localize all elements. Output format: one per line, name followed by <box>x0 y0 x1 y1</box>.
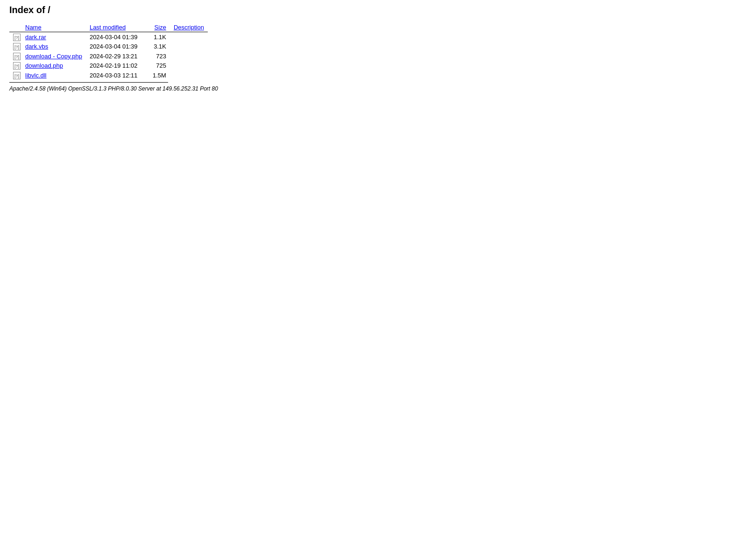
file-description-cell <box>170 70 208 80</box>
file-modified-cell: 2024-02-29 13:21 <box>86 51 147 61</box>
table-row: [?]dark.vbs2024-03-04 01:393.1K <box>9 42 208 52</box>
server-info: Apache/2.4.58 (Win64) OpenSSL/3.1.3 PHP/… <box>9 85 738 92</box>
file-size-cell: 1.1K <box>147 32 170 42</box>
file-icon-cell: [?] <box>9 70 21 80</box>
file-size-cell: 3.1K <box>147 42 170 52</box>
file-icon-cell: [?] <box>9 32 21 42</box>
file-size-cell: 1.5M <box>147 70 170 80</box>
file-size-cell: 725 <box>147 61 170 71</box>
divider <box>9 82 168 83</box>
col-header-modified: Last modified <box>86 23 147 32</box>
sort-by-size-link[interactable]: Size <box>155 24 166 31</box>
table-row: [?]download - Copy.php2024-02-29 13:2172… <box>9 51 208 61</box>
file-size-cell: 723 <box>147 51 170 61</box>
file-listing-table: Name Last modified Size Description [?]d… <box>9 23 208 80</box>
table-header-row: Name Last modified Size Description <box>9 23 208 32</box>
file-icon-cell: [?] <box>9 61 21 71</box>
file-name-cell: libvlc.dll <box>21 70 86 80</box>
table-row: [?]download.php2024-02-19 11:02725 <box>9 61 208 71</box>
table-row: [?]libvlc.dll2024-03-03 12:111.5M <box>9 70 208 80</box>
file-link[interactable]: libvlc.dll <box>25 72 47 79</box>
file-name-cell: download - Copy.php <box>21 51 86 61</box>
sort-by-desc-link[interactable]: Description <box>174 24 204 31</box>
sort-by-modified-link[interactable]: Last modified <box>90 24 126 31</box>
file-icon: [?] <box>13 43 21 50</box>
file-icon-cell: [?] <box>9 42 21 52</box>
page-title: Index of / <box>9 5 738 15</box>
col-header-size: Size <box>147 23 170 32</box>
file-name-cell: dark.vbs <box>21 42 86 52</box>
file-link[interactable]: dark.vbs <box>25 43 48 50</box>
file-icon: [?] <box>13 53 21 60</box>
table-row: [?]dark.rar2024-03-04 01:391.1K <box>9 32 208 42</box>
file-modified-cell: 2024-03-04 01:39 <box>86 32 147 42</box>
file-modified-cell: 2024-02-19 11:02 <box>86 61 147 71</box>
file-modified-cell: 2024-03-03 12:11 <box>86 70 147 80</box>
col-header-description: Description <box>170 23 208 32</box>
icon-col-header <box>9 23 21 32</box>
col-header-name: Name <box>21 23 86 32</box>
file-icon-cell: [?] <box>9 51 21 61</box>
file-link[interactable]: download - Copy.php <box>25 53 82 60</box>
file-modified-cell: 2024-03-04 01:39 <box>86 42 147 52</box>
file-link[interactable]: download.php <box>25 62 63 69</box>
file-icon: [?] <box>13 34 21 41</box>
file-description-cell <box>170 32 208 42</box>
file-name-cell: download.php <box>21 61 86 71</box>
file-description-cell <box>170 61 208 71</box>
file-icon: [?] <box>13 72 21 79</box>
file-link[interactable]: dark.rar <box>25 34 46 41</box>
file-icon: [?] <box>13 62 21 70</box>
sort-by-name-link[interactable]: Name <box>25 24 42 31</box>
file-description-cell <box>170 42 208 52</box>
file-description-cell <box>170 51 208 61</box>
file-name-cell: dark.rar <box>21 32 86 42</box>
